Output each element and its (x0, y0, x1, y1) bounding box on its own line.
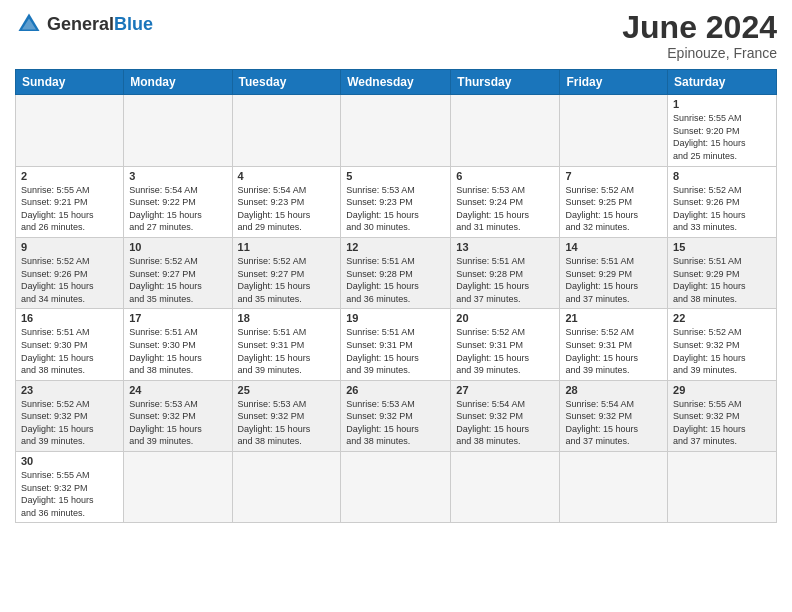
day-info: Sunrise: 5:52 AM Sunset: 9:31 PM Dayligh… (565, 326, 662, 376)
calendar-day-cell: 21Sunrise: 5:52 AM Sunset: 9:31 PM Dayli… (560, 309, 668, 380)
calendar-day-cell (451, 452, 560, 523)
day-number: 26 (346, 384, 445, 396)
col-header-wednesday: Wednesday (341, 70, 451, 95)
day-info: Sunrise: 5:54 AM Sunset: 9:23 PM Dayligh… (238, 184, 336, 234)
calendar-day-cell (341, 95, 451, 166)
day-info: Sunrise: 5:54 AM Sunset: 9:32 PM Dayligh… (565, 398, 662, 448)
calendar-day-cell: 19Sunrise: 5:51 AM Sunset: 9:31 PM Dayli… (341, 309, 451, 380)
day-number: 8 (673, 170, 771, 182)
day-info: Sunrise: 5:51 AM Sunset: 9:28 PM Dayligh… (456, 255, 554, 305)
day-info: Sunrise: 5:55 AM Sunset: 9:32 PM Dayligh… (673, 398, 771, 448)
calendar-day-cell: 17Sunrise: 5:51 AM Sunset: 9:30 PM Dayli… (124, 309, 232, 380)
day-number: 5 (346, 170, 445, 182)
day-number: 14 (565, 241, 662, 253)
day-info: Sunrise: 5:52 AM Sunset: 9:32 PM Dayligh… (673, 326, 771, 376)
day-number: 19 (346, 312, 445, 324)
col-header-monday: Monday (124, 70, 232, 95)
day-info: Sunrise: 5:53 AM Sunset: 9:32 PM Dayligh… (238, 398, 336, 448)
day-info: Sunrise: 5:53 AM Sunset: 9:23 PM Dayligh… (346, 184, 445, 234)
title-block: June 2024 Epinouze, France (622, 10, 777, 61)
day-number: 29 (673, 384, 771, 396)
calendar-day-cell: 28Sunrise: 5:54 AM Sunset: 9:32 PM Dayli… (560, 380, 668, 451)
calendar-day-cell: 25Sunrise: 5:53 AM Sunset: 9:32 PM Dayli… (232, 380, 341, 451)
day-info: Sunrise: 5:54 AM Sunset: 9:32 PM Dayligh… (456, 398, 554, 448)
day-number: 24 (129, 384, 226, 396)
calendar-day-cell: 27Sunrise: 5:54 AM Sunset: 9:32 PM Dayli… (451, 380, 560, 451)
day-info: Sunrise: 5:55 AM Sunset: 9:20 PM Dayligh… (673, 112, 771, 162)
calendar-header-row: SundayMondayTuesdayWednesdayThursdayFrid… (16, 70, 777, 95)
day-info: Sunrise: 5:52 AM Sunset: 9:27 PM Dayligh… (238, 255, 336, 305)
col-header-thursday: Thursday (451, 70, 560, 95)
day-number: 22 (673, 312, 771, 324)
calendar-day-cell (232, 95, 341, 166)
calendar-week-row: 23Sunrise: 5:52 AM Sunset: 9:32 PM Dayli… (16, 380, 777, 451)
day-info: Sunrise: 5:55 AM Sunset: 9:32 PM Dayligh… (21, 469, 118, 519)
calendar-day-cell: 3Sunrise: 5:54 AM Sunset: 9:22 PM Daylig… (124, 166, 232, 237)
day-info: Sunrise: 5:51 AM Sunset: 9:31 PM Dayligh… (238, 326, 336, 376)
day-info: Sunrise: 5:51 AM Sunset: 9:28 PM Dayligh… (346, 255, 445, 305)
day-number: 13 (456, 241, 554, 253)
calendar-day-cell: 16Sunrise: 5:51 AM Sunset: 9:30 PM Dayli… (16, 309, 124, 380)
day-info: Sunrise: 5:54 AM Sunset: 9:22 PM Dayligh… (129, 184, 226, 234)
calendar-day-cell: 5Sunrise: 5:53 AM Sunset: 9:23 PM Daylig… (341, 166, 451, 237)
col-header-friday: Friday (560, 70, 668, 95)
calendar-day-cell: 2Sunrise: 5:55 AM Sunset: 9:21 PM Daylig… (16, 166, 124, 237)
calendar-day-cell: 12Sunrise: 5:51 AM Sunset: 9:28 PM Dayli… (341, 237, 451, 308)
calendar-day-cell: 29Sunrise: 5:55 AM Sunset: 9:32 PM Dayli… (668, 380, 777, 451)
calendar-day-cell: 24Sunrise: 5:53 AM Sunset: 9:32 PM Dayli… (124, 380, 232, 451)
calendar-day-cell: 10Sunrise: 5:52 AM Sunset: 9:27 PM Dayli… (124, 237, 232, 308)
calendar-day-cell: 9Sunrise: 5:52 AM Sunset: 9:26 PM Daylig… (16, 237, 124, 308)
day-info: Sunrise: 5:51 AM Sunset: 9:30 PM Dayligh… (21, 326, 118, 376)
calendar-day-cell: 14Sunrise: 5:51 AM Sunset: 9:29 PM Dayli… (560, 237, 668, 308)
calendar-day-cell: 20Sunrise: 5:52 AM Sunset: 9:31 PM Dayli… (451, 309, 560, 380)
day-number: 18 (238, 312, 336, 324)
day-info: Sunrise: 5:52 AM Sunset: 9:25 PM Dayligh… (565, 184, 662, 234)
day-number: 7 (565, 170, 662, 182)
day-info: Sunrise: 5:52 AM Sunset: 9:27 PM Dayligh… (129, 255, 226, 305)
day-info: Sunrise: 5:53 AM Sunset: 9:24 PM Dayligh… (456, 184, 554, 234)
day-number: 9 (21, 241, 118, 253)
calendar-day-cell: 30Sunrise: 5:55 AM Sunset: 9:32 PM Dayli… (16, 452, 124, 523)
day-number: 25 (238, 384, 336, 396)
day-number: 1 (673, 98, 771, 110)
calendar-day-cell: 13Sunrise: 5:51 AM Sunset: 9:28 PM Dayli… (451, 237, 560, 308)
day-info: Sunrise: 5:55 AM Sunset: 9:21 PM Dayligh… (21, 184, 118, 234)
col-header-tuesday: Tuesday (232, 70, 341, 95)
location-subtitle: Epinouze, France (622, 45, 777, 61)
calendar-day-cell: 26Sunrise: 5:53 AM Sunset: 9:32 PM Dayli… (341, 380, 451, 451)
calendar-week-row: 9Sunrise: 5:52 AM Sunset: 9:26 PM Daylig… (16, 237, 777, 308)
logo-text: GeneralBlue (47, 14, 153, 35)
calendar-day-cell: 11Sunrise: 5:52 AM Sunset: 9:27 PM Dayli… (232, 237, 341, 308)
calendar-day-cell: 1Sunrise: 5:55 AM Sunset: 9:20 PM Daylig… (668, 95, 777, 166)
day-number: 2 (21, 170, 118, 182)
calendar-day-cell (124, 452, 232, 523)
day-info: Sunrise: 5:51 AM Sunset: 9:30 PM Dayligh… (129, 326, 226, 376)
day-number: 4 (238, 170, 336, 182)
calendar-day-cell: 6Sunrise: 5:53 AM Sunset: 9:24 PM Daylig… (451, 166, 560, 237)
col-header-saturday: Saturday (668, 70, 777, 95)
calendar-week-row: 1Sunrise: 5:55 AM Sunset: 9:20 PM Daylig… (16, 95, 777, 166)
day-number: 30 (21, 455, 118, 467)
calendar-day-cell: 18Sunrise: 5:51 AM Sunset: 9:31 PM Dayli… (232, 309, 341, 380)
day-info: Sunrise: 5:52 AM Sunset: 9:32 PM Dayligh… (21, 398, 118, 448)
calendar-day-cell: 8Sunrise: 5:52 AM Sunset: 9:26 PM Daylig… (668, 166, 777, 237)
calendar-day-cell: 15Sunrise: 5:51 AM Sunset: 9:29 PM Dayli… (668, 237, 777, 308)
day-info: Sunrise: 5:53 AM Sunset: 9:32 PM Dayligh… (129, 398, 226, 448)
calendar-day-cell (16, 95, 124, 166)
day-info: Sunrise: 5:52 AM Sunset: 9:31 PM Dayligh… (456, 326, 554, 376)
logo-icon (15, 10, 43, 38)
day-number: 20 (456, 312, 554, 324)
day-number: 10 (129, 241, 226, 253)
day-number: 3 (129, 170, 226, 182)
day-number: 21 (565, 312, 662, 324)
day-number: 6 (456, 170, 554, 182)
logo: GeneralBlue (15, 10, 153, 38)
day-number: 16 (21, 312, 118, 324)
calendar-day-cell (668, 452, 777, 523)
calendar-week-row: 30Sunrise: 5:55 AM Sunset: 9:32 PM Dayli… (16, 452, 777, 523)
day-info: Sunrise: 5:53 AM Sunset: 9:32 PM Dayligh… (346, 398, 445, 448)
calendar-day-cell: 23Sunrise: 5:52 AM Sunset: 9:32 PM Dayli… (16, 380, 124, 451)
day-number: 17 (129, 312, 226, 324)
calendar-day-cell (451, 95, 560, 166)
day-number: 15 (673, 241, 771, 253)
